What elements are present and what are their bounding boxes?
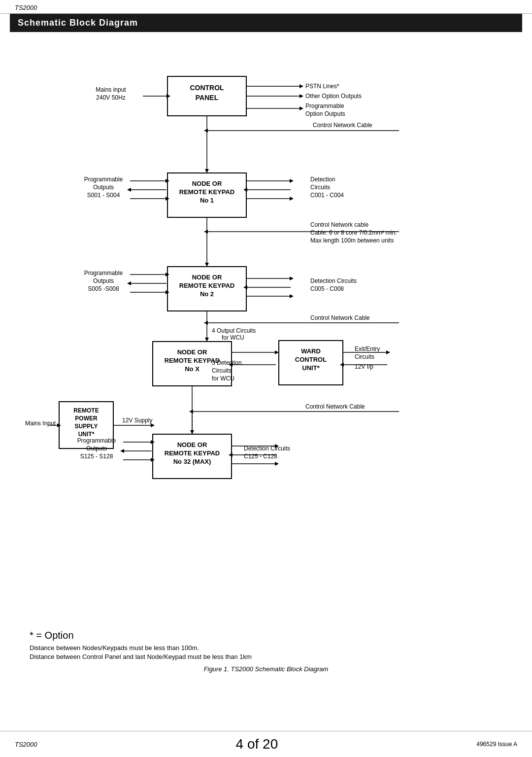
- svg-text:Circuits: Circuits: [355, 353, 374, 360]
- page-number: 4 of 20: [37, 736, 477, 752]
- svg-text:Programmable: Programmable: [84, 270, 123, 276]
- svg-marker-32: [127, 188, 131, 192]
- svg-marker-113: [151, 423, 155, 427]
- svg-text:NODE OR: NODE OR: [192, 180, 222, 187]
- svg-text:NODE OR: NODE OR: [177, 348, 207, 356]
- svg-marker-14: [299, 106, 303, 110]
- svg-text:CONTROL: CONTROL: [295, 356, 327, 363]
- svg-text:Outputs: Outputs: [86, 445, 107, 452]
- svg-text:REMOTE KEYPAD: REMOTE KEYPAD: [179, 282, 234, 289]
- page-footer: TS2000 4 of 20 496529 Issue A: [0, 731, 532, 757]
- footer-issue: 496529 Issue A: [476, 741, 517, 748]
- note-2: Distance between Control Panel and last …: [30, 653, 502, 660]
- svg-text:REMOTE KEYPAD: REMOTE KEYPAD: [165, 449, 220, 457]
- svg-text:Circuits: Circuits: [310, 184, 330, 191]
- svg-text:CONTROL: CONTROL: [190, 84, 224, 92]
- svg-text:Outputs: Outputs: [93, 184, 114, 191]
- svg-marker-8: [299, 84, 303, 88]
- svg-marker-45: [204, 230, 208, 234]
- svg-text:for WCU: for WCU: [212, 375, 234, 382]
- svg-marker-84: [275, 350, 279, 354]
- svg-text:NODE OR: NODE OR: [177, 441, 207, 448]
- svg-text:No 1: No 1: [200, 197, 214, 204]
- notes-area: Distance between Nodes/Keypads must be l…: [15, 644, 517, 660]
- svg-marker-127: [120, 449, 124, 453]
- svg-text:C001 - C004: C001 - C004: [310, 192, 344, 199]
- svg-text:REMOTE: REMOTE: [73, 407, 99, 414]
- title-bar: Schematic Block Diagram: [10, 14, 522, 32]
- schematic-diagram: CONTROL PANEL Mains input 240V 50Hz PSTN…: [15, 37, 517, 619]
- svg-text:Outputs: Outputs: [93, 277, 114, 284]
- svg-text:Control Network Cable: Control Network Cable: [313, 122, 372, 129]
- svg-text:Control Network Cable: Control Network Cable: [310, 314, 370, 321]
- footer-model: TS2000: [15, 741, 37, 748]
- svg-text:No 32 (MAX): No 32 (MAX): [173, 458, 211, 465]
- diagram-area: CONTROL PANEL Mains input 240V 50Hz PSTN…: [0, 32, 532, 707]
- svg-text:C125 - C128: C125 - C128: [244, 453, 277, 460]
- svg-text:No X: No X: [185, 365, 200, 373]
- svg-marker-11: [299, 94, 303, 98]
- svg-marker-21: [205, 169, 209, 173]
- svg-text:Programmable: Programmable: [84, 176, 123, 183]
- svg-text:S005 -S008: S005 -S008: [88, 285, 119, 292]
- svg-text:Control Network Cable: Control Network Cable: [305, 403, 365, 410]
- svg-text:Programmable: Programmable: [77, 437, 116, 444]
- svg-text:Max length 100m between units: Max length 100m between units: [310, 237, 394, 244]
- svg-text:POWER: POWER: [75, 415, 98, 422]
- svg-text:S001 - S004: S001 - S004: [87, 192, 120, 199]
- svg-text:Exit/Entry: Exit/Entry: [355, 345, 380, 352]
- svg-text:Other Option Outputs: Other Option Outputs: [305, 93, 362, 100]
- svg-marker-39: [290, 179, 294, 183]
- svg-text:C005 - C008: C005 - C008: [310, 285, 344, 292]
- svg-text:Mains Input: Mains Input: [25, 420, 56, 427]
- svg-text:Programmable: Programmable: [305, 103, 344, 109]
- svg-text:4 Output Circuits: 4 Output Circuits: [212, 327, 256, 334]
- svg-marker-18: [204, 129, 208, 133]
- svg-text:PANEL: PANEL: [196, 94, 219, 102]
- svg-text:3 Detection: 3 Detection: [212, 359, 242, 366]
- svg-marker-67: [290, 276, 294, 280]
- svg-marker-71: [290, 294, 294, 298]
- option-label: * = Option: [15, 630, 517, 641]
- svg-text:UNIT*: UNIT*: [78, 431, 95, 438]
- svg-marker-43: [290, 197, 294, 201]
- svg-text:12V Supply: 12V Supply: [122, 417, 152, 424]
- model-label: TS2000: [15, 4, 37, 11]
- svg-text:Option Outputs: Option Outputs: [305, 110, 345, 117]
- svg-marker-61: [127, 281, 131, 285]
- figure-caption: Figure 1. TS2000 Schematic Block Diagram: [15, 665, 517, 673]
- svg-text:Control Network cable: Control Network cable: [310, 221, 368, 228]
- svg-text:No 2: No 2: [200, 290, 214, 298]
- svg-text:PSTN Lines*: PSTN Lines*: [305, 83, 339, 90]
- svg-text:for WCU: for WCU: [222, 334, 244, 341]
- svg-text:Mains input: Mains input: [96, 86, 126, 93]
- svg-text:SUPPLY: SUPPLY: [75, 423, 98, 430]
- svg-text:WARD: WARD: [301, 347, 321, 355]
- svg-marker-102: [189, 410, 193, 413]
- svg-text:REMOTE KEYPAD: REMOTE KEYPAD: [179, 188, 234, 196]
- svg-text:12V I/p: 12V I/p: [355, 363, 373, 370]
- svg-marker-76: [205, 338, 209, 342]
- svg-marker-73: [204, 321, 208, 325]
- note-1: Distance between Nodes/Keypads must be l…: [30, 644, 502, 652]
- svg-marker-137: [275, 462, 279, 466]
- svg-text:Detection: Detection: [310, 176, 335, 183]
- svg-text:Detection Circuits: Detection Circuits: [310, 277, 357, 284]
- page-title: Schematic Block Diagram: [18, 18, 138, 28]
- svg-text:Circuits: Circuits: [212, 367, 232, 374]
- svg-text:240V 50Hz: 240V 50Hz: [96, 94, 125, 101]
- page-header: TS2000: [0, 0, 532, 14]
- svg-text:S125 - S128: S125 - S128: [80, 453, 113, 460]
- svg-text:NODE OR: NODE OR: [192, 274, 222, 281]
- svg-text:Cable: 6 or 8 core 7/0.2mm² mi: Cable: 6 or 8 core 7/0.2mm² min.: [310, 229, 397, 236]
- svg-marker-97: [386, 350, 390, 354]
- svg-marker-50: [205, 263, 209, 267]
- svg-text:UNIT*: UNIT*: [302, 364, 320, 372]
